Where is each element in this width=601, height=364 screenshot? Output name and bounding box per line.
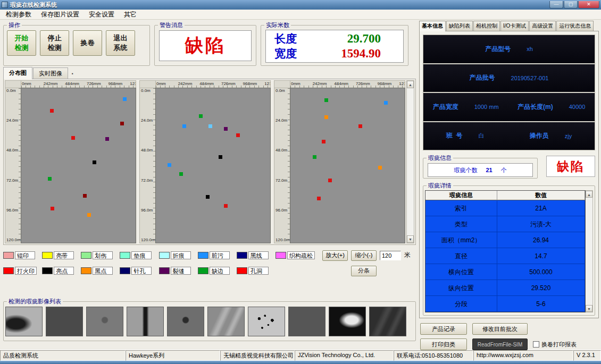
detail-row[interactable]: 分段5-6 [425, 296, 585, 312]
defect-thumbnail[interactable] [369, 307, 406, 336]
view-tab-2[interactable]: 实时图像 [33, 67, 68, 79]
defect-point[interactable] [224, 127, 228, 131]
meter-value: 1594.90 [341, 47, 381, 61]
legend-color-swatch [276, 252, 286, 259]
defect-thumbnail[interactable] [127, 307, 164, 336]
defect-thumbnail[interactable] [207, 307, 245, 336]
defect-point[interactable] [328, 179, 332, 182]
scroll-down-icon[interactable]: ▼ [407, 235, 414, 243]
defect-point[interactable] [105, 137, 109, 141]
defect-point[interactable] [51, 207, 54, 210]
detail-row[interactable]: 面积（mm2）26.94 [425, 232, 585, 248]
menu-item-2[interactable]: 保存图片设置 [36, 9, 84, 20]
zoom-in-button[interactable]: 放大(+) [322, 250, 348, 261]
detail-row[interactable]: 纵向位置29.520 [425, 280, 585, 296]
meters-input[interactable] [380, 251, 401, 260]
exit-system-button[interactable]: 退出 系统 [106, 30, 135, 56]
right-tab-4[interactable]: I/O卡测试 [500, 21, 529, 31]
defect-point[interactable] [384, 101, 388, 105]
start-detect-button[interactable]: 开始 检测 [7, 30, 36, 56]
right-tab-2[interactable]: 缺陷列表 [446, 21, 473, 31]
defect-point[interactable] [317, 197, 321, 200]
menu-item-4[interactable]: 其它 [119, 9, 141, 20]
product-info-value: 20190527-001 [511, 75, 549, 81]
scatter-plot[interactable] [155, 88, 271, 243]
defect-point[interactable] [358, 124, 362, 128]
legend-label: 织构疏松 [287, 251, 315, 259]
defect-point[interactable] [48, 177, 52, 181]
defect-point[interactable] [179, 172, 183, 176]
detail-row[interactable]: 横向位置500.000 [425, 264, 585, 280]
defect-point[interactable] [224, 204, 228, 208]
defect-point[interactable] [50, 109, 54, 113]
close-button[interactable]: ✕ [578, 1, 599, 9]
defect-point[interactable] [93, 160, 96, 164]
right-tabs: 基本信息缺陷列表相机控制I/O卡测试高级设置运行状态信息 [419, 21, 599, 31]
legend-label: 针孔 [131, 267, 152, 275]
x-tick-label: 1210mm [399, 81, 405, 86]
product-record-button[interactable]: 产品记录 [420, 323, 467, 335]
legend-item: 黑点 [81, 265, 118, 276]
minimize-button[interactable]: — [549, 1, 563, 9]
right-tab-1[interactable]: 基本信息 [419, 21, 446, 31]
menu-item-3[interactable]: 安全设置 [84, 9, 119, 20]
defect-point[interactable] [120, 122, 124, 125]
defect-point[interactable] [219, 155, 222, 159]
defect-point[interactable] [83, 194, 87, 198]
defect-thumbnail[interactable] [248, 307, 285, 336]
defect-point[interactable] [324, 115, 328, 119]
defect-point[interactable] [168, 163, 171, 167]
defect-thumbnail[interactable] [5, 307, 43, 336]
right-tab-5[interactable]: 高级设置 [529, 21, 556, 31]
defect-point[interactable] [236, 133, 240, 137]
defect-thumbnail[interactable] [46, 307, 83, 336]
maximize-button[interactable]: ▢ [564, 1, 578, 9]
defect-thumbnail[interactable] [288, 307, 325, 336]
defect-point[interactable] [208, 124, 212, 128]
scroll-track[interactable] [407, 88, 414, 235]
change-roll-button[interactable]: 换卷 [73, 30, 102, 56]
defect-point[interactable] [199, 114, 203, 118]
defect-point[interactable] [87, 213, 91, 217]
right-tab-3[interactable]: 相机控制 [473, 21, 500, 31]
defect-point[interactable] [123, 97, 127, 101]
detail-row[interactable]: 类型污渍-大 [425, 216, 585, 232]
charts-vertical-scrollbar[interactable]: ▲ ▼ [406, 80, 414, 243]
app-window: 瑕疵在线检测系统 — ▢ ✕ 检测参数保存图片设置安全设置其它 操作 开始 检测… [0, 0, 601, 364]
legend-color-swatch [237, 267, 247, 274]
modify-batch-button[interactable]: 修改目前批次 [472, 323, 528, 335]
detail-row[interactable]: 索引21A [425, 200, 585, 216]
defect-point[interactable] [322, 140, 325, 143]
product-info-label: 班 号 [446, 131, 463, 140]
defect-thumbnail[interactable] [329, 307, 366, 336]
print-category-button[interactable]: 打印归类 [420, 338, 467, 350]
defect-point[interactable] [324, 98, 328, 102]
defect-point[interactable] [182, 124, 186, 128]
defect-point[interactable] [313, 155, 316, 159]
scatter-plot[interactable] [290, 88, 405, 243]
table-scroll-up-icon[interactable]: ▲ [586, 191, 592, 198]
change-roll-print-label: 换卷打印报表 [541, 341, 577, 349]
split-button[interactable]: 分条 [351, 266, 377, 276]
menu-item-1[interactable]: 检测参数 [1, 9, 36, 20]
defect-thumbnail[interactable] [86, 307, 123, 336]
defect-point[interactable] [378, 166, 382, 170]
right-tab-6[interactable]: 运行状态信息 [556, 21, 594, 31]
defect-point[interactable] [71, 136, 75, 140]
stop-detect-button[interactable]: 停止 检测 [40, 30, 69, 56]
zoom-out-button[interactable]: 缩小(-) [351, 250, 377, 261]
defect-thumbnail[interactable] [167, 307, 204, 336]
detail-row[interactable]: 直径14.7 [425, 248, 585, 264]
scroll-up-icon[interactable]: ▲ [407, 81, 414, 88]
detail-table-scrollbar[interactable]: ▲ ▼ [586, 190, 593, 312]
change-roll-print-checkbox[interactable] [533, 341, 539, 348]
view-tab-1[interactable]: 分布图 [3, 67, 32, 79]
scatter-plot[interactable] [21, 88, 136, 243]
table-scroll-down-icon[interactable]: ▼ [586, 305, 592, 312]
read-from-file-button[interactable]: ReadFromFile-SIM [472, 338, 528, 350]
defect-detail-label: 瑕疵详情 [427, 182, 453, 190]
legend-item: 垫痕 [120, 250, 156, 261]
detail-cell: 类型 [425, 216, 497, 232]
meter-label: 长度 [274, 31, 297, 46]
defect-point[interactable] [206, 195, 210, 199]
